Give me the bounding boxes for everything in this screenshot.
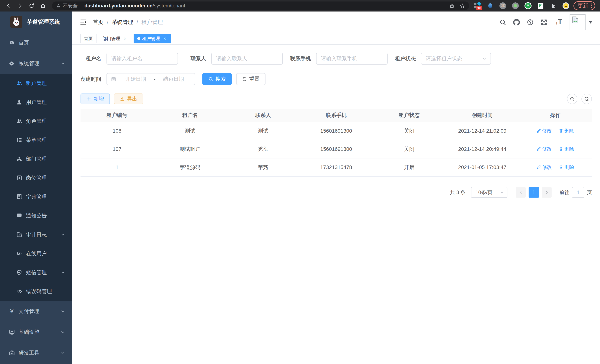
close-icon[interactable]: × [122,36,128,41]
sidebar-collapse-icon[interactable] [80,19,87,26]
next-page-button[interactable] [542,187,552,198]
menu-tree-icon [16,137,22,143]
fullscreen-icon[interactable] [541,19,547,26]
sidebar-item-menus[interactable]: 菜单管理 [0,131,72,149]
sidebar-item-online-users[interactable]: 在线用户 [0,244,72,263]
page-unit-label: 页 [587,189,592,196]
security-label[interactable]: 不安全 [63,2,78,9]
github-icon[interactable] [513,19,520,26]
tab-home[interactable]: 首页 [80,34,96,43]
browser-back-button[interactable] [5,2,12,9]
page-size-select[interactable]: 10条/页 [471,187,507,198]
address-bar[interactable]: 不安全 dashboard.yudao.iocoder.cn /system/t… [52,1,469,10]
extension-icon-y-green[interactable]: Y [524,2,532,10]
browser-reload-button[interactable] [28,2,35,9]
prev-page-button[interactable] [516,187,525,198]
edit-link[interactable]: 修改 [536,146,552,152]
date-end-placeholder[interactable]: 结束日期 [157,75,190,83]
sidebar-item-posts[interactable]: 岗位管理 [0,168,72,187]
help-icon[interactable] [527,19,534,26]
sidebar-item-audit-log[interactable]: 审计日志 [0,225,72,244]
extension-icon-flag[interactable] [537,2,544,10]
browser-update-menu-button[interactable]: 更新 [573,1,595,10]
contact-input[interactable] [211,53,283,65]
breadcrumb-home[interactable]: 首页 [93,19,103,26]
table-row: 108 测试 测试 15601691300 关闭 2021-12-14 21:0… [81,122,592,140]
sidebar-item-dictionary[interactable]: 字典管理 [0,187,72,206]
add-button[interactable]: 新增 [81,93,110,104]
chevron-up-icon [60,61,65,66]
edit-link[interactable]: 修改 [536,164,552,170]
system-submenu: 租户管理 用户管理 角色管理 菜单管理 部门管理 岗位管理 [0,74,72,301]
close-icon[interactable]: × [162,36,167,41]
export-button[interactable]: 导出 [114,93,143,104]
share-icon[interactable] [449,3,455,9]
create-time-range-picker[interactable]: 开始日期 - 结束日期 [106,73,195,85]
pagination: 共 3 条 10条/页 1 前往 页 [81,187,592,198]
browser-home-button[interactable] [39,2,47,9]
tags-view-bar: 首页 部门管理 × 租户管理 × [72,33,600,45]
extension-icon-smiley[interactable] [562,2,570,10]
extension-icon-recorder[interactable] [512,2,519,10]
create-time-label: 创建时间 [81,75,101,83]
extension-icon-tampermonkey[interactable]: 10 [474,2,481,10]
sidebar-item-sms[interactable]: 短信管理 [0,263,72,282]
trash-icon [559,147,563,151]
status-text: 开启 [373,164,446,171]
tab-departments[interactable]: 部门管理 × [99,34,131,43]
browser-forward-button[interactable] [16,2,24,9]
search-button[interactable]: 搜索 [202,73,232,85]
delete-link[interactable]: 删除 [559,146,574,152]
app-logo-row[interactable]: 芋道管理系统 [0,11,72,32]
toggle-search-button[interactable] [567,94,577,104]
plus-icon [86,96,91,101]
avatar-caret-down-icon[interactable] [589,21,593,24]
online-users-icon [16,251,22,257]
sidebar-item-dev-tools[interactable]: 研发工具 [0,343,72,363]
extension-icon-balloon[interactable] [486,2,494,10]
extensions-puzzle-icon[interactable] [549,2,557,10]
refresh-icon [584,96,589,101]
status-select[interactable]: 请选择租户状态 [421,53,491,65]
tenants-icon [16,80,22,86]
delete-link[interactable]: 删除 [559,164,574,170]
status-text: 关闭 [373,146,446,153]
goto-label: 前往 [559,189,569,196]
table-row: 1 芋道源码 芋艿 17321315478 开启 2021-01-05 17:0… [81,159,592,177]
font-size-icon[interactable] [554,19,563,26]
reset-button[interactable]: 重置 [236,73,265,85]
avatar[interactable] [570,14,586,30]
delete-link[interactable]: 删除 [559,128,574,134]
trash-icon [559,165,563,169]
breadcrumb-system[interactable]: 系统管理 [112,19,133,26]
edit-link[interactable]: 修改 [536,128,552,134]
sidebar-item-users[interactable]: 用户管理 [0,93,72,112]
search-icon [208,77,213,82]
pencil-icon [536,129,541,133]
sidebar-item-departments[interactable]: 部门管理 [0,149,72,168]
tab-tenant[interactable]: 租户管理 × [134,34,171,43]
tenant-name-input[interactable] [106,53,178,65]
sidebar-item-infrastructure[interactable]: 基础设施 [0,322,72,343]
refresh-icon [242,77,247,82]
sidebar-item-system[interactable]: 系统管理 [0,53,72,74]
sidebar-item-error-codes[interactable]: 错误码管理 [0,282,72,301]
breadcrumb-current: 租户管理 [141,19,163,26]
announcement-icon [16,213,22,219]
date-start-placeholder[interactable]: 开始日期 [119,75,153,83]
page-number-1[interactable]: 1 [529,187,539,198]
sidebar-item-roles[interactable]: 角色管理 [0,112,72,131]
goto-page-input[interactable] [572,187,584,198]
sidebar-item-notices[interactable]: 通知公告 [0,206,72,225]
yen-icon: ¥ [9,308,15,314]
header-search-icon[interactable] [499,19,506,26]
mobile-input[interactable] [316,53,388,65]
code-icon [16,289,22,294]
sidebar-item-tenant[interactable]: 租户管理 [0,74,72,93]
bookmark-star-icon[interactable] [459,3,465,9]
pagination-total: 共 3 条 [450,189,466,196]
sidebar-item-payment[interactable]: ¥ 支付管理 [0,301,72,322]
extension-icon-command[interactable] [499,2,507,10]
refresh-table-button[interactable] [581,94,592,104]
sidebar-item-home[interactable]: 首页 [0,32,72,53]
